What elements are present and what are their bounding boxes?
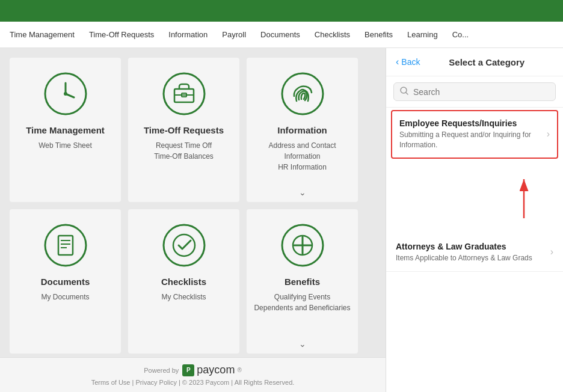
clock-icon xyxy=(42,70,90,118)
nav-bar: Time Management Time-Off Requests Inform… xyxy=(0,22,563,48)
tile-benefits-links: Qualifying Events Dependents and Benefic… xyxy=(254,292,350,313)
back-chevron-icon: ‹ xyxy=(396,57,399,67)
paycom-logo: P paycom ® xyxy=(182,364,241,376)
paycom-logo-text: paycom xyxy=(197,364,235,376)
search-input[interactable] xyxy=(413,87,549,97)
svg-point-15 xyxy=(173,234,195,256)
nav-item-information[interactable]: Information xyxy=(168,30,208,39)
nav-item-payroll[interactable]: Payroll xyxy=(222,30,246,39)
select-category-title: Select a Category xyxy=(420,57,553,67)
category-item-attorneys[interactable]: Attorneys & Law Graduates Items Applicab… xyxy=(386,233,563,272)
tile-time-management-title: Time Management xyxy=(26,125,105,135)
back-button[interactable]: ‹ Back xyxy=(396,57,420,67)
tile-checklists[interactable]: Checklists My Checklists xyxy=(128,209,239,354)
nav-item-learning[interactable]: Learning xyxy=(407,30,438,39)
top-bar xyxy=(0,0,563,22)
nav-item-more[interactable]: Co... xyxy=(452,30,469,39)
tile-time-off-title: Time-Off Requests xyxy=(144,125,224,135)
category-list: Employee Requests/Inquiries Submitting a… xyxy=(386,108,563,392)
back-label: Back xyxy=(401,57,420,67)
svg-line-21 xyxy=(406,93,408,94)
svg-rect-10 xyxy=(58,236,73,255)
search-box[interactable] xyxy=(393,82,556,101)
category-item-employee-requests-content: Employee Requests/Inquiries Submitting a… xyxy=(399,118,547,150)
svg-point-9 xyxy=(45,225,86,266)
chevron-right-icon: › xyxy=(547,129,550,139)
paycom-trademark: ® xyxy=(237,367,241,373)
arrow-annotation-container xyxy=(386,161,563,233)
nav-item-time-management[interactable]: Time Management xyxy=(10,30,75,39)
search-container xyxy=(386,76,563,108)
main-layout: Time Management Web Time Sheet Time-O xyxy=(0,48,563,392)
category-item-employee-requests-title: Employee Requests/Inquiries xyxy=(399,118,547,128)
tile-benefits-title: Benefits xyxy=(285,277,320,287)
nav-item-checklists[interactable]: Checklists xyxy=(315,30,350,39)
plus-icon xyxy=(278,221,327,269)
tile-information[interactable]: Information Address and Contact Informat… xyxy=(247,58,358,202)
nav-item-time-off[interactable]: Time-Off Requests xyxy=(89,30,154,39)
tile-documents[interactable]: Documents My Documents xyxy=(10,209,121,354)
document-icon xyxy=(42,221,90,269)
search-icon xyxy=(400,87,408,97)
copyright-text: Terms of Use | Privacy Policy | © 2023 P… xyxy=(6,379,380,386)
category-header: ‹ Back Select a Category xyxy=(386,48,563,76)
fingerprint-icon xyxy=(278,70,327,118)
tile-time-off-links: Request Time Off Time-Off Balances xyxy=(154,140,214,162)
tile-information-links: Address and Contact Information HR Infor… xyxy=(254,140,351,173)
chevron-down-icon-2: ⌄ xyxy=(299,339,306,349)
nav-item-documents[interactable]: Documents xyxy=(260,30,300,39)
category-item-employee-requests-subtitle: Submitting a Request and/or Inquiring fo… xyxy=(399,130,547,150)
category-item-attorneys-content: Attorneys & Law Graduates Items Applicab… xyxy=(396,242,550,263)
category-item-employee-requests[interactable]: Employee Requests/Inquiries Submitting a… xyxy=(391,110,558,159)
tiles-panel: Time Management Web Time Sheet Time-O xyxy=(0,48,386,392)
tile-documents-links: My Documents xyxy=(41,292,89,302)
category-item-attorneys-subtitle: Items Applicable to Attorneys & Law Grad… xyxy=(396,253,550,263)
paycom-logo-icon: P xyxy=(182,364,194,376)
tiles-grid: Time Management Web Time Sheet Time-O xyxy=(10,58,376,354)
tile-time-off[interactable]: Time-Off Requests Request Time Off Time-… xyxy=(128,58,239,202)
tile-information-title: Information xyxy=(277,125,327,135)
checklist-icon xyxy=(160,221,208,269)
briefcase-icon xyxy=(160,70,208,118)
tiles-footer: Powered by P paycom ® Terms of Use | Pri… xyxy=(0,357,386,392)
tile-benefits[interactable]: Benefits Qualifying Events Dependents an… xyxy=(247,209,358,354)
category-item-attorneys-title: Attorneys & Law Graduates xyxy=(396,242,550,251)
category-header-wrapper: ‹ Back Select a Category xyxy=(396,57,553,67)
chevron-down-icon: ⌄ xyxy=(299,188,306,197)
nav-item-benefits[interactable]: Benefits xyxy=(365,30,393,39)
powered-by-text: Powered by xyxy=(144,367,179,374)
tile-checklists-links: My Checklists xyxy=(161,292,206,302)
tile-checklists-title: Checklists xyxy=(161,277,206,287)
svg-point-14 xyxy=(164,225,205,266)
arrow-annotation-svg xyxy=(509,173,539,221)
powered-by: Powered by P paycom ® xyxy=(6,364,380,376)
category-panel: ‹ Back Select a Category xyxy=(386,48,563,392)
tile-time-management[interactable]: Time Management Web Time Sheet xyxy=(10,58,121,202)
svg-point-3 xyxy=(64,92,67,96)
tile-documents-title: Documents xyxy=(41,277,90,287)
chevron-right-icon-2: › xyxy=(550,247,553,257)
tile-time-management-links: Web Time Sheet xyxy=(38,140,92,151)
